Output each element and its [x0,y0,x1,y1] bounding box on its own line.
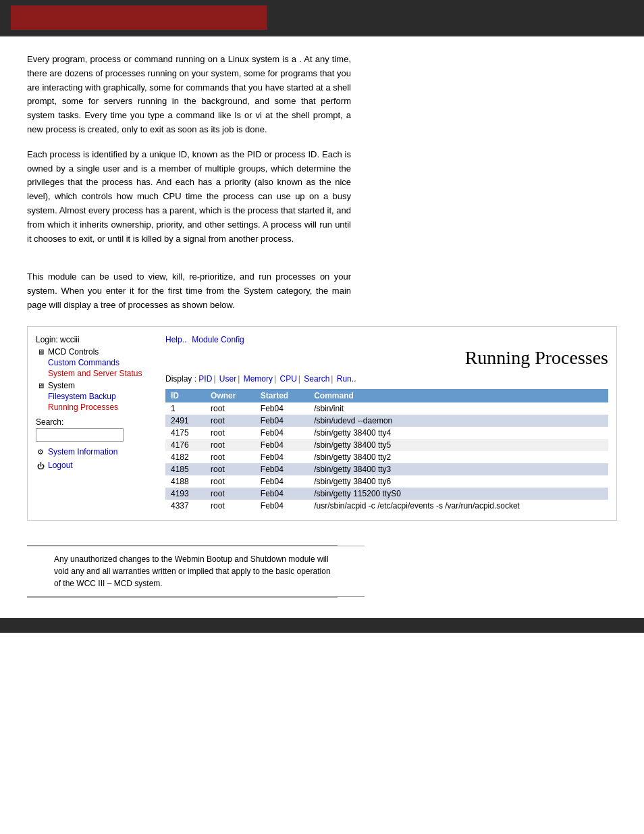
webmin-sidebar: Login: wcciii 🖥 MCD Controls Custom Comm… [36,335,157,512]
process-table: ID Owner Started Command 1 root Feb04 /s… [165,389,608,512]
cell-command: /sbin/getty 38400 tty6 [308,475,608,488]
mcd-controls-icon: 🖥 [36,347,45,357]
sidebar-bottom: ⚙ System Information ⏻ Logout [36,447,157,471]
sidebar-system-server-status-link[interactable]: System and Server Status [48,369,157,378]
help-link[interactable]: Help.. [165,335,186,344]
screenshot-box: Login: wcciii 🖥 MCD Controls Custom Comm… [27,326,617,521]
cell-id: 4337 [165,500,205,512]
display-label: Display : [165,374,196,384]
sidebar-custom-commands-link[interactable]: Custom Commands [48,358,157,367]
cell-id: 1 [165,402,205,415]
cell-id: 4188 [165,475,205,488]
cell-command: /sbin/init [308,402,608,415]
display-cpu-link[interactable]: CPU [279,374,296,384]
cell-started: Feb04 [255,415,308,427]
sidebar-running-processes-link[interactable]: Running Processes [48,402,157,412]
display-memory-link[interactable]: Memory [244,374,273,384]
webmin-toplinks: Help.. Module Config [165,335,608,344]
page-title: Running Processes [165,347,608,369]
display-run-link[interactable]: Run.. [337,374,356,384]
cell-started: Feb04 [255,451,308,463]
cell-owner: root [205,451,255,463]
cell-owner: root [205,427,255,439]
cell-owner: root [205,500,255,512]
footer-text: Any unauthorized changes to the Webmin B… [54,553,338,590]
table-row: 2491 root Feb04 /sbin/udevd --daemon [165,415,608,427]
cell-owner: root [205,475,255,488]
cell-started: Feb04 [255,427,308,439]
webmin-main-panel: Help.. Module Config Running Processes D… [165,335,608,512]
cell-command: /sbin/getty 38400 tty2 [308,451,608,463]
process-table-body: 1 root Feb04 /sbin/init 2491 root Feb04 … [165,402,608,512]
module-description: This module can be used to view, kill, r… [27,270,351,312]
sidebar-mcd-controls-header: 🖥 MCD Controls [36,347,157,357]
top-bar-title [11,5,267,30]
table-row: 4185 root Feb04 /sbin/getty 38400 tty3 [165,463,608,475]
module-config-link[interactable]: Module Config [192,335,244,344]
cell-owner: root [205,415,255,427]
cell-started: Feb04 [255,463,308,475]
sidebar-system-header: 🖥 System [36,381,157,390]
table-row: 4182 root Feb04 /sbin/getty 38400 tty2 [165,451,608,463]
sidebar-login: Login: wcciii [36,335,157,344]
cell-command: /sbin/getty 38400 tty5 [308,439,608,451]
cell-started: Feb04 [255,402,308,415]
cell-command: /sbin/getty 38400 tty4 [308,427,608,439]
col-id: ID [165,389,205,402]
table-row: 4337 root Feb04 /usr/sbin/acpid -c /etc/… [165,500,608,512]
cell-started: Feb04 [255,439,308,451]
cell-command: /sbin/getty 38400 tty3 [308,463,608,475]
cell-id: 2491 [165,415,205,427]
cell-id: 4182 [165,451,205,463]
cell-started: Feb04 [255,475,308,488]
cell-command: /sbin/udevd --daemon [308,415,608,427]
table-row: 4175 root Feb04 /sbin/getty 38400 tty4 [165,427,608,439]
mcd-controls-label: MCD Controls [48,347,99,357]
intro-paragraph-1: Every program, process or command runnin… [27,53,351,137]
col-command: Command [308,389,608,402]
sidebar-system-section: 🖥 System Filesystem Backup Running Proce… [36,381,157,412]
cell-owner: root [205,402,255,415]
top-bar [0,0,644,35]
system-icon: 🖥 [36,381,45,390]
bottom-bar [0,619,644,633]
webmin-layout: Login: wcciii 🖥 MCD Controls Custom Comm… [36,335,608,512]
sidebar-search: Search: [36,417,157,442]
col-started: Started [255,389,308,402]
cell-id: 4193 [165,488,205,500]
table-row: 4188 root Feb04 /sbin/getty 38400 tty6 [165,475,608,488]
search-input[interactable] [36,428,124,442]
cell-id: 4176 [165,439,205,451]
search-label: Search: [36,417,157,427]
cell-id: 4175 [165,427,205,439]
cell-owner: root [205,488,255,500]
sidebar-logout-link[interactable]: Logout [48,461,73,470]
display-bar: Display : PID| User| Memory| CPU| Search… [165,374,608,384]
intro-paragraph-2: Each process is identified by a unique I… [27,148,351,246]
process-table-header: ID Owner Started Command [165,389,608,402]
cell-started: Feb04 [255,500,308,512]
table-row: 4176 root Feb04 /sbin/getty 38400 tty5 [165,439,608,451]
logout-icon: ⏻ [36,461,45,471]
sidebar-system-information-link[interactable]: System Information [48,447,117,457]
cell-owner: root [205,439,255,451]
table-row: 4193 root Feb04 /sbin/getty 115200 ttyS0 [165,488,608,500]
display-search-link[interactable]: Search [304,374,329,384]
cell-started: Feb04 [255,488,308,500]
sidebar-logout-item: ⏻ Logout [36,461,157,471]
display-user-link[interactable]: User [219,374,236,384]
footer-box: Any unauthorized changes to the Webmin B… [27,546,365,597]
sidebar-system-information-item: ⚙ System Information [36,447,157,458]
cell-id: 4185 [165,463,205,475]
cell-command: /sbin/getty 115200 ttyS0 [308,488,608,500]
system-information-icon: ⚙ [36,448,45,457]
table-row: 1 root Feb04 /sbin/init [165,402,608,415]
cell-owner: root [205,463,255,475]
sidebar-mcd-controls-section: 🖥 MCD Controls Custom Commands System an… [36,347,157,378]
main-content: Every program, process or command runnin… [0,36,644,545]
display-pid-link[interactable]: PID [198,374,212,384]
col-owner: Owner [205,389,255,402]
sidebar-filesystem-backup-link[interactable]: Filesystem Backup [48,392,157,401]
system-label: System [48,381,75,390]
cell-command: /usr/sbin/acpid -c /etc/acpi/events -s /… [308,500,608,512]
